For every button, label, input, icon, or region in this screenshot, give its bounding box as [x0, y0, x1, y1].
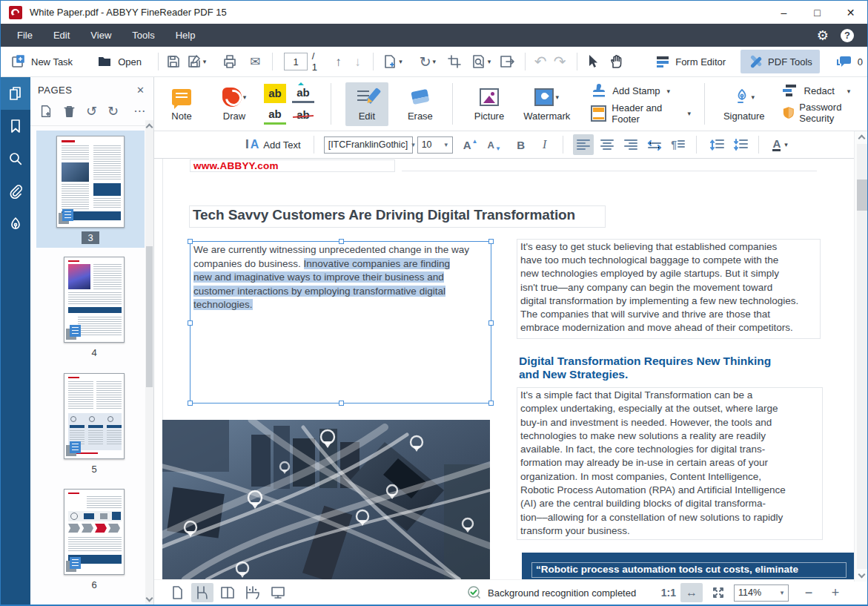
quote-callout[interactable]: “Robotic process automation tools cut co… — [522, 553, 854, 579]
next-page-button[interactable]: ↓ — [348, 51, 367, 72]
underline-color-button[interactable]: ab — [292, 84, 314, 103]
form-editor-button[interactable]: Form Editor — [651, 52, 730, 71]
select-tool-button[interactable] — [583, 51, 602, 72]
pdf-tools-button[interactable]: PDF Tools — [741, 50, 820, 73]
help-icon[interactable]: ? — [841, 29, 854, 42]
fit-width-button[interactable]: ↔ — [680, 583, 703, 602]
decrease-line-spacing-button[interactable] — [730, 134, 751, 155]
facing-continuous-button[interactable] — [242, 583, 264, 602]
comments-button[interactable]: 0 — [832, 52, 867, 71]
resize-handle[interactable] — [188, 239, 193, 244]
rotate-button[interactable]: ↻ ▾ — [414, 51, 442, 72]
single-page-view-button[interactable] — [166, 583, 188, 602]
right-subheading[interactable]: Digital Transformation Requires New Thin… — [519, 355, 823, 381]
pages-panel-close-icon[interactable]: ✕ — [136, 85, 145, 96]
resize-handle[interactable] — [488, 320, 494, 326]
save-button[interactable] — [164, 51, 183, 72]
rail-attachments-tab[interactable] — [1, 175, 30, 208]
panel-delete-icon[interactable] — [63, 105, 76, 118]
menu-tools[interactable]: Tools — [122, 24, 165, 47]
minimize-button[interactable]: – — [767, 1, 801, 24]
scrollbar-thumb[interactable] — [857, 180, 867, 211]
underline-text-button[interactable]: ab — [264, 105, 286, 125]
rail-signature-tab[interactable] — [1, 208, 30, 240]
zoom-in-button[interactable]: + — [824, 583, 847, 602]
rail-bookmarks-tab[interactable] — [1, 110, 30, 142]
convert-button[interactable] — [498, 51, 517, 72]
maximize-button[interactable]: □ — [801, 1, 834, 24]
zoom-select[interactable]: 114% ▾ — [734, 584, 789, 602]
add-pages-button[interactable]: ▾ — [379, 51, 405, 72]
font-size-select[interactable]: 10 ▾ — [417, 136, 453, 154]
hand-tool-button[interactable] — [606, 51, 626, 72]
zoom-out-button[interactable]: − — [798, 583, 820, 602]
rail-pages-tab[interactable] — [1, 77, 30, 110]
thumbnail-page-3[interactable] — [56, 136, 125, 228]
settings-gear-icon[interactable]: ⚙ — [817, 27, 829, 44]
thumbnail-page-5[interactable] — [64, 373, 125, 459]
note-button[interactable]: Note — [165, 84, 199, 125]
page-number-input[interactable]: 1 — [284, 53, 308, 70]
align-right-button[interactable] — [620, 134, 641, 155]
add-text-button[interactable]: IA Add Text — [243, 134, 303, 155]
panel-rotate-left-icon[interactable]: ↺ — [86, 105, 97, 118]
picture-button[interactable]: Picture — [468, 84, 510, 125]
menu-help[interactable]: Help — [165, 24, 206, 47]
new-task-button[interactable]: New Task — [7, 51, 77, 72]
actual-size-button[interactable]: 1:1 — [661, 587, 676, 599]
increase-line-spacing-button[interactable] — [706, 134, 727, 155]
highlight-text-button[interactable]: ab — [264, 84, 286, 103]
align-left-button[interactable] — [573, 134, 594, 155]
thumbnail-page-6[interactable] — [64, 489, 125, 575]
open-button[interactable]: Open — [93, 52, 146, 71]
edit-button[interactable]: Edit — [345, 82, 388, 126]
resize-handle[interactable] — [188, 320, 193, 326]
resize-handle[interactable] — [339, 401, 344, 406]
scroll-up-icon[interactable] — [858, 135, 866, 142]
erase-button[interactable]: Erase — [402, 84, 439, 125]
paragraph-direction-button[interactable]: ¶ — [668, 134, 689, 155]
resize-handle[interactable] — [188, 401, 193, 406]
crop-button[interactable] — [445, 51, 464, 72]
save-as-button[interactable]: ▾ — [183, 51, 210, 72]
password-security-button[interactable]: Password Security — [783, 102, 868, 124]
menu-view[interactable]: View — [80, 24, 122, 47]
close-button[interactable]: ✕ — [834, 1, 867, 24]
add-stamp-button[interactable]: Add Stamp ▾ — [591, 84, 691, 99]
increase-font-button[interactable]: A▲ — [460, 134, 481, 155]
strikethrough-text-button[interactable]: ab — [292, 105, 314, 125]
bold-button[interactable]: B — [511, 134, 531, 155]
facing-pages-button[interactable] — [216, 583, 239, 602]
previous-page-button[interactable]: ↑ — [328, 51, 348, 72]
pages-panel-scrollbar[interactable] — [145, 120, 153, 605]
italic-button[interactable]: I — [534, 134, 555, 155]
scroll-down-icon[interactable] — [146, 595, 153, 602]
document-scrollbar[interactable] — [854, 131, 868, 582]
heading-text-block[interactable]: Tech Savvy Customers Are Driving Digital… — [189, 205, 606, 228]
draw-button[interactable]: ▾ Draw — [213, 84, 255, 125]
panel-more-icon[interactable]: ⋯ — [133, 105, 145, 117]
menu-edit[interactable]: Edit — [43, 24, 80, 47]
fullscreen-view-button[interactable] — [267, 583, 289, 602]
url-text-block[interactable]: www.ABBYY.com — [190, 159, 395, 172]
panel-rotate-right-icon[interactable]: ↻ — [107, 105, 119, 118]
city-picture[interactable] — [162, 420, 490, 579]
text-color-button[interactable]: A ▾ — [770, 134, 791, 155]
fit-page-button[interactable] — [707, 583, 729, 602]
thumbnail-page-4[interactable] — [64, 257, 125, 343]
font-family-select[interactable]: [ITCFranklinGothic] ▾ — [324, 136, 413, 154]
scrollbar-thumb[interactable] — [146, 246, 153, 387]
watermark-button[interactable]: ▾ Watermark — [517, 84, 576, 125]
rail-search-tab[interactable] — [1, 142, 30, 175]
paragraph-text-block[interactable]: It's a simple fact that Digital Transfor… — [517, 387, 823, 540]
justify-button[interactable] — [644, 134, 665, 155]
menu-file[interactable]: File — [7, 24, 43, 47]
scroll-up-icon[interactable] — [146, 124, 153, 131]
resize-handle[interactable] — [488, 401, 494, 406]
panel-add-page-icon[interactable] — [39, 105, 53, 118]
print-button[interactable] — [220, 51, 239, 72]
header-footer-button[interactable]: Header and Footer ▾ — [591, 102, 691, 125]
align-center-button[interactable] — [597, 134, 617, 155]
signature-button[interactable]: ▾ Signature — [718, 84, 771, 125]
selected-text-block[interactable]: We are currently witnessing unprecedente… — [190, 241, 491, 404]
